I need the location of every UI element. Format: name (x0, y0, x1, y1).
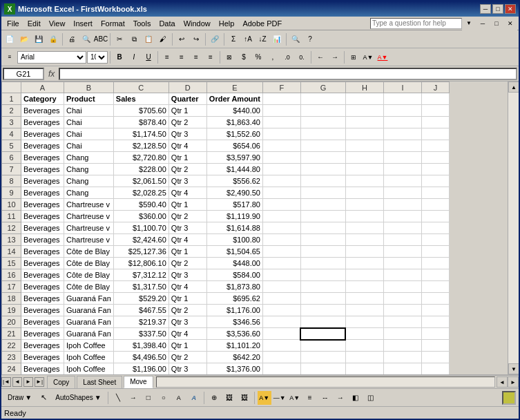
row-number[interactable]: 9 (2, 187, 21, 199)
row-number[interactable]: 1 (2, 93, 21, 105)
cell-b17[interactable]: Côte de Blay (64, 281, 114, 293)
cell-h9[interactable] (345, 187, 383, 199)
cell-f9[interactable] (262, 187, 300, 199)
cell-c22[interactable]: $1,398.40 (113, 340, 168, 352)
formula-input[interactable] (59, 68, 517, 80)
row-number[interactable]: 15 (2, 258, 21, 269)
cell-c6[interactable]: $2,720.80 (113, 152, 168, 164)
cell-j21[interactable] (421, 328, 449, 340)
print-btn[interactable]: 🖨 (65, 32, 79, 46)
cell-i17[interactable] (383, 281, 421, 293)
cell-j12[interactable] (421, 222, 449, 234)
cell-c12[interactable]: $1,100.70 (113, 222, 168, 234)
row-number[interactable]: 12 (2, 222, 21, 234)
tab-first-btn[interactable]: |◄ (1, 377, 11, 387)
cell-a24[interactable]: Beverages (21, 363, 64, 375)
cell-b14[interactable]: Côte de Blay (64, 246, 114, 258)
cell-c23[interactable]: $4,496.50 (113, 352, 168, 363)
cell-f22[interactable] (262, 340, 300, 352)
menu-edit[interactable]: Edit (23, 18, 45, 29)
help-search-input[interactable] (370, 18, 462, 29)
row-number[interactable]: 5 (2, 140, 21, 152)
cut-btn[interactable]: ✂ (113, 32, 126, 46)
cell-j4[interactable] (421, 128, 449, 140)
cell-c18[interactable]: $529.20 (113, 293, 168, 305)
cell-e15[interactable]: $448.00 (206, 258, 262, 269)
bold-btn[interactable]: B (113, 50, 126, 64)
sheet-tab-copy[interactable]: Copy (47, 376, 75, 388)
cell-d20[interactable]: Qtr 3 (168, 316, 206, 328)
spell-btn[interactable]: ABC (94, 32, 108, 46)
underline-btn[interactable]: U (142, 50, 155, 64)
cell-f6[interactable] (262, 152, 300, 164)
row-number[interactable]: 13 (2, 234, 21, 246)
help-dropdown-btn[interactable]: ▼ (462, 17, 476, 30)
cell-h5[interactable] (345, 140, 383, 152)
fill-color-draw-btn[interactable]: A▼ (258, 391, 271, 405)
color-swatch[interactable] (502, 391, 516, 405)
row-number[interactable]: 3 (2, 117, 21, 128)
cell-e23[interactable]: $642.20 (206, 352, 262, 363)
cell-c15[interactable]: $12,806.10 (113, 258, 168, 269)
cell-f13[interactable] (262, 234, 300, 246)
cell-i1[interactable] (383, 93, 421, 105)
cell-h10[interactable] (345, 199, 383, 211)
cell-c7[interactable]: $228.00 (113, 164, 168, 175)
col-header-i[interactable]: I (383, 82, 421, 93)
cell-i20[interactable] (383, 316, 421, 328)
cell-f5[interactable] (262, 140, 300, 152)
cell-c10[interactable]: $590.40 (113, 199, 168, 211)
cell-c16[interactable]: $7,312.12 (113, 269, 168, 281)
cell-h1[interactable] (345, 93, 383, 105)
cell-h11[interactable] (345, 211, 383, 222)
increase-decimal-btn[interactable]: .0 (280, 50, 294, 64)
cell-d4[interactable]: Qtr 3 (168, 128, 206, 140)
cell-d23[interactable]: Qtr 2 (168, 352, 206, 363)
cell-i19[interactable] (383, 305, 421, 316)
cell-e21[interactable]: $3,536.60 (206, 328, 262, 340)
cell-c3[interactable]: $878.40 (113, 117, 168, 128)
currency-btn[interactable]: $ (237, 50, 251, 64)
row-number[interactable]: 7 (2, 164, 21, 175)
print-preview-btn[interactable]: 🔍 (79, 32, 93, 46)
cell-h14[interactable] (345, 246, 383, 258)
line-color-btn[interactable]: —▼ (273, 391, 287, 405)
cell-j13[interactable] (421, 234, 449, 246)
tab-last-btn[interactable]: ►| (35, 377, 44, 387)
row-number[interactable]: 20 (2, 316, 21, 328)
cell-j20[interactable] (421, 316, 449, 328)
cell-d19[interactable]: Qtr 2 (168, 305, 206, 316)
cell-d7[interactable]: Qtr 2 (168, 164, 206, 175)
cell-c1[interactable]: Sales (113, 93, 168, 105)
cell-e17[interactable]: $1,873.80 (206, 281, 262, 293)
cell-b11[interactable]: Chartreuse v (64, 211, 114, 222)
merge-center-btn[interactable]: ⊠ (222, 50, 236, 64)
window-close-btn[interactable]: ✕ (503, 17, 517, 30)
cell-d6[interactable]: Qtr 1 (168, 152, 206, 164)
cell-b6[interactable]: Chang (64, 152, 114, 164)
scroll-track-v[interactable] (508, 93, 519, 363)
cell-e16[interactable]: $584.00 (206, 269, 262, 281)
cell-e6[interactable]: $3,597.90 (206, 152, 262, 164)
row-number[interactable]: 18 (2, 293, 21, 305)
scroll-up-btn[interactable]: ▲ (508, 82, 519, 93)
cell-b24[interactable]: Ipoh Coffee (64, 363, 114, 375)
cell-f11[interactable] (262, 211, 300, 222)
cell-d2[interactable]: Qtr 1 (168, 105, 206, 117)
cell-g23[interactable] (300, 352, 345, 363)
cell-g22[interactable] (300, 340, 345, 352)
cell-b1[interactable]: Product (64, 93, 114, 105)
sort-desc-btn[interactable]: ↓Z (256, 32, 269, 46)
cell-g5[interactable] (300, 140, 345, 152)
cell-f21[interactable] (262, 328, 300, 340)
cell-b15[interactable]: Côte de Blay (64, 258, 114, 269)
decrease-decimal-btn[interactable]: 0. (295, 50, 309, 64)
arrow-style-btn[interactable]: → (334, 391, 347, 405)
cell-e3[interactable]: $1,863.40 (206, 117, 262, 128)
cell-e20[interactable]: $346.56 (206, 316, 262, 328)
cell-d21[interactable]: Qtr 4 (168, 328, 206, 340)
cell-j19[interactable] (421, 305, 449, 316)
cell-j22[interactable] (421, 340, 449, 352)
align-right-btn[interactable]: ≡ (189, 50, 203, 64)
cell-a14[interactable]: Beverages (21, 246, 64, 258)
